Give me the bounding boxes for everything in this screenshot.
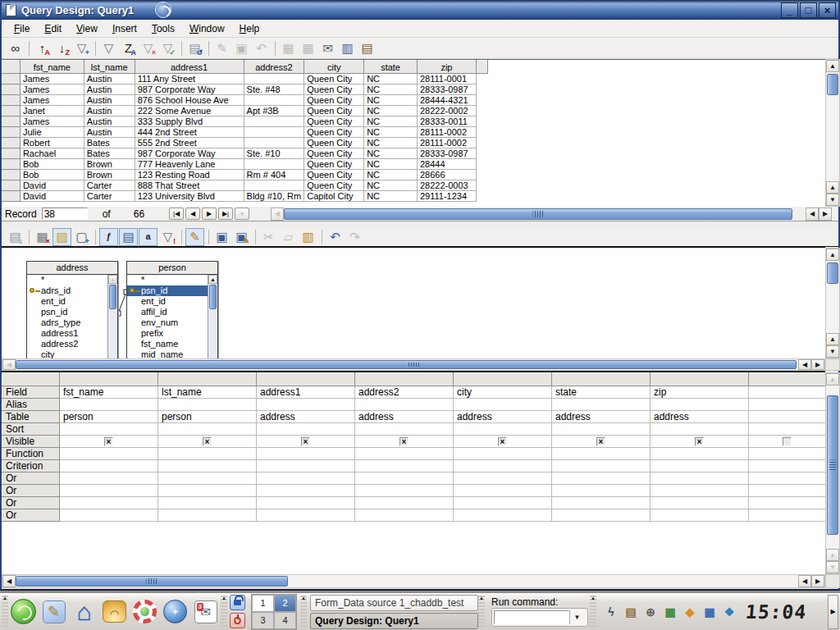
row-label-sort[interactable]: Sort — [2, 423, 60, 436]
table-title-person[interactable]: person — [127, 262, 217, 275]
cell[interactable] — [651, 399, 749, 411]
hscroll-thumb[interactable] — [284, 208, 792, 220]
cell[interactable] — [60, 472, 158, 485]
row-label-field[interactable]: Field — [2, 386, 60, 399]
scroll-up-icon[interactable]: ▲ — [208, 275, 217, 284]
title-bar[interactable]: Query Design: Query1 _ □ × — [2, 0, 838, 20]
cell[interactable]: Julie — [20, 127, 84, 138]
cell[interactable] — [749, 497, 826, 509]
cell[interactable] — [257, 509, 355, 522]
field-ent_id[interactable]: ent_id — [27, 296, 107, 307]
visible-checkbox[interactable]: × — [498, 437, 507, 446]
cell[interactable] — [257, 485, 355, 497]
cell[interactable]: NC — [364, 191, 418, 202]
cell[interactable] — [651, 423, 749, 436]
cell[interactable]: Queen City — [304, 148, 364, 159]
cell[interactable]: 987 Corporate Way — [135, 148, 244, 159]
cell[interactable]: 555 2nd Street — [135, 138, 244, 148]
cell[interactable]: James — [20, 95, 84, 106]
vscroll-thumb[interactable] — [827, 395, 838, 535]
cell[interactable] — [158, 423, 257, 436]
display-settings-icon[interactable]: ▦ — [662, 604, 678, 620]
visible-cell[interactable]: × — [257, 436, 355, 448]
cell[interactable]: 111 Any Street — [135, 74, 244, 84]
scroll-up-icon[interactable]: ▲ — [108, 275, 117, 284]
next-page-icon[interactable]: ▼ — [826, 194, 839, 206]
column-header-state[interactable]: state — [364, 61, 418, 74]
cell[interactable]: Capitol City — [304, 191, 364, 202]
cell[interactable] — [244, 180, 304, 191]
refresh-data-button[interactable]: ▤↺ — [185, 39, 204, 57]
kpowersave-icon[interactable]: ϟ — [603, 604, 619, 620]
cell[interactable]: 777 Heavenly Lane — [135, 159, 244, 170]
cell[interactable]: James — [20, 84, 84, 95]
cell[interactable]: NC — [364, 180, 418, 191]
table-cell[interactable] — [749, 411, 826, 423]
cut-button[interactable]: ✂ — [259, 228, 278, 246]
cell[interactable] — [158, 509, 257, 522]
run-command-input[interactable] — [494, 610, 569, 624]
start-menu-button[interactable] — [8, 596, 39, 628]
cell[interactable] — [257, 399, 355, 411]
visible-cell[interactable] — [749, 436, 826, 448]
cell[interactable]: David — [20, 180, 84, 191]
add-table-button[interactable]: ▢+ — [72, 228, 91, 246]
cell[interactable] — [651, 485, 749, 497]
cell[interactable]: Robert — [20, 138, 84, 148]
desktop-4[interactable]: 4 — [274, 612, 296, 629]
field-cell[interactable]: state — [552, 386, 651, 399]
field-address1[interactable]: address1 — [27, 328, 107, 339]
scroll-right-icon[interactable]: ▶ — [819, 208, 832, 221]
cell[interactable]: NC — [364, 170, 418, 180]
cell[interactable] — [552, 460, 651, 472]
record-number-input[interactable] — [42, 208, 88, 220]
cell[interactable] — [454, 460, 552, 472]
field-address2[interactable]: address2 — [27, 339, 107, 349]
row-label-alias[interactable]: Alias — [2, 399, 60, 411]
cell[interactable]: Bob — [20, 170, 84, 180]
menu-view[interactable]: View — [69, 21, 105, 37]
cell[interactable] — [60, 448, 158, 460]
alias-button[interactable]: a — [139, 228, 158, 246]
cell[interactable] — [454, 399, 552, 411]
row-selector[interactable] — [2, 95, 21, 106]
desktop-3[interactable]: 3 — [252, 612, 274, 629]
insert-record-button[interactable]: ▦ — [279, 39, 298, 57]
mail-document-button[interactable]: ✉ — [318, 39, 337, 57]
table-cell[interactable]: person — [60, 411, 158, 423]
cell[interactable] — [355, 509, 454, 522]
visible-cell[interactable]: × — [651, 436, 749, 448]
column-header-address2[interactable]: address2 — [244, 61, 304, 74]
row-label-table[interactable]: Table — [2, 411, 60, 423]
vscroll-thumb[interactable] — [827, 262, 838, 284]
visible-checkbox[interactable]: × — [399, 437, 409, 446]
cell[interactable] — [552, 423, 651, 436]
field-city[interactable]: city — [27, 349, 107, 358]
maximize-button[interactable]: □ — [800, 2, 817, 18]
cell[interactable]: Brown — [84, 170, 135, 180]
query-column-header[interactable] — [158, 373, 257, 386]
table-cell[interactable]: address — [651, 411, 749, 423]
scroll-left2-icon[interactable]: ◀ — [798, 359, 811, 370]
save-record-button[interactable]: ▣ — [232, 39, 251, 57]
panel-hide-button[interactable]: ▶ — [828, 595, 838, 629]
visible-cell[interactable]: × — [60, 436, 158, 448]
lock-screen-button[interactable] — [230, 595, 245, 610]
table-title-address[interactable]: address — [27, 262, 117, 275]
cell[interactable]: Austin — [84, 106, 135, 116]
cell[interactable]: Bldg #10, Rm — [244, 191, 304, 202]
design-pane-hscrollbar[interactable]: ◀ ◀ ▶ — [2, 358, 825, 371]
edit-button[interactable]: ✎ — [185, 228, 204, 246]
column-header-city[interactable]: city — [304, 61, 364, 74]
cell[interactable]: NC — [364, 138, 418, 148]
menu-edit[interactable]: Edit — [37, 21, 69, 37]
cell[interactable]: 28444-4321 — [417, 95, 476, 106]
cell[interactable]: Queen City — [304, 84, 364, 95]
cell[interactable] — [355, 497, 454, 509]
cell[interactable] — [158, 399, 257, 411]
cell[interactable]: Carter — [84, 191, 135, 202]
cell[interactable] — [60, 423, 158, 436]
cell[interactable]: Queen City — [304, 138, 364, 148]
minimize-button[interactable]: _ — [781, 2, 798, 18]
row-header-corner[interactable] — [2, 61, 21, 74]
